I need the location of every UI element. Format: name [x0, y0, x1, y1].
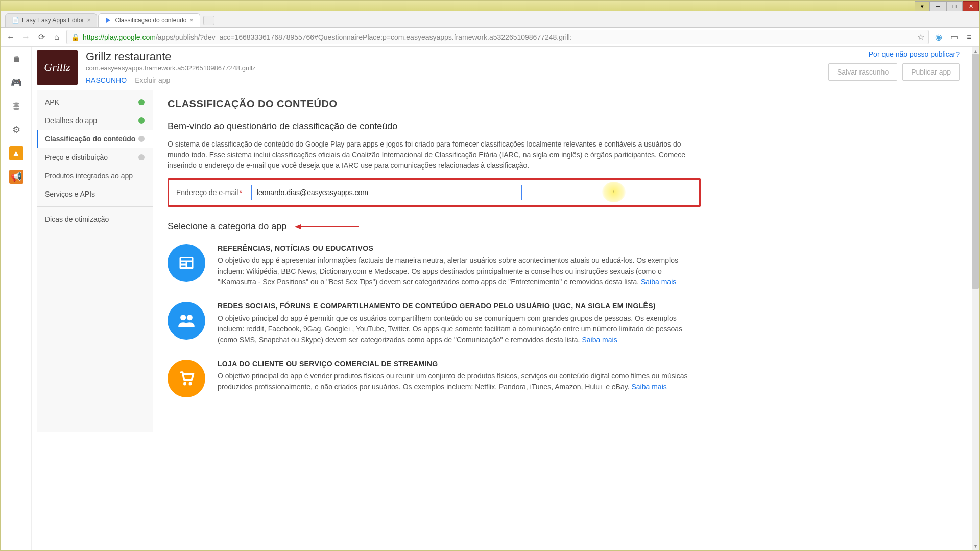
svg-rect-14 — [181, 262, 186, 264]
device-icon[interactable]: ▭ — [948, 32, 960, 42]
main-area: Grillz Grillz restaurante com.easyeasyap… — [32, 47, 972, 550]
svg-rect-15 — [181, 266, 186, 267]
sidebar-item-label: Produtos integrados ao app — [45, 172, 133, 180]
maximize-button[interactable]: □ — [946, 1, 963, 11]
forward-button[interactable]: → — [20, 33, 32, 42]
user-icon[interactable]: ▾ — [915, 1, 930, 11]
database-icon[interactable] — [9, 99, 23, 113]
tab-title: Easy Easy Apps Editor — [22, 17, 84, 24]
tab-title: Classificação do conteúdo — [115, 17, 186, 24]
vertical-scrollbar[interactable]: ▴ ▾ — [972, 47, 979, 550]
lock-icon: 🔒 — [71, 33, 80, 41]
sidebar-item-label: Classificação do conteúdo — [45, 135, 135, 143]
category-option[interactable]: REFERÊNCIAS, NOTÍCIAS OU EDUCATIVOS O ob… — [168, 244, 701, 288]
cursor-highlight — [602, 182, 626, 202]
sidebar-item-details[interactable]: Detalhes do app — [37, 111, 153, 130]
sidebar-item-label: Dicas de otimização — [45, 215, 109, 223]
play-icon — [105, 17, 112, 24]
browser-toolbar: ← → ⟳ ⌂ 🔒 https://play.google.com/apps/p… — [1, 28, 979, 47]
save-draft-button[interactable]: Salvar rascunho — [828, 63, 897, 81]
browser-tab[interactable]: 📄 Easy Easy Apps Editor × — [5, 13, 97, 27]
app-icon: Grillz — [37, 50, 78, 85]
category-option[interactable]: REDES SOCIAIS, FÓRUNS E COMPARTILHAMENTO… — [168, 302, 701, 345]
svg-point-5 — [13, 105, 19, 108]
new-tab-button[interactable] — [203, 16, 214, 25]
sidebar-item-apk[interactable]: APK — [37, 93, 153, 111]
section-sidebar: APK Detalhes do app Classificação do con… — [37, 90, 153, 432]
menu-icon[interactable]: ≡ — [964, 33, 975, 42]
announcement-icon[interactable]: 📢 — [9, 170, 23, 184]
email-input[interactable] — [251, 185, 522, 200]
app-title: Grillz restaurante — [86, 50, 820, 63]
reload-button[interactable]: ⟳ — [36, 32, 47, 42]
tab-close-icon[interactable]: × — [190, 17, 194, 24]
email-label: Endereço de e-mail* — [176, 188, 242, 197]
svg-point-17 — [180, 315, 186, 320]
svg-rect-1 — [14, 58, 19, 62]
learn-more-link[interactable]: Saiba mais — [641, 278, 676, 286]
learn-more-link[interactable]: Saiba mais — [582, 336, 617, 344]
svg-rect-16 — [187, 262, 192, 267]
bookmark-icon[interactable]: ☆ — [917, 32, 924, 42]
intro-description: O sistema de classificação de conteúdo d… — [168, 139, 701, 171]
sidebar-item-content-rating[interactable]: Classificação do conteúdo — [37, 130, 153, 148]
play-console: 🎮 ⚙ ▲ 📢 Grillz Grillz restaurante com.ea… — [1, 47, 979, 550]
sidebar-item-label: Detalhes do app — [45, 116, 97, 125]
content-rating-page: CLASSIFICAÇÃO DO CONTEÚDO Bem-vindo ao q… — [153, 90, 715, 432]
minimize-button[interactable]: ─ — [930, 1, 946, 11]
email-highlight-box: Endereço de e-mail* — [168, 178, 701, 207]
url-path: /apps/publish/?dev_acc=16683336176878955… — [156, 33, 572, 41]
learn-more-link[interactable]: Saiba mais — [631, 382, 666, 391]
home-button[interactable]: ⌂ — [51, 33, 62, 42]
address-bar[interactable]: 🔒 https://play.google.com/apps/publish/?… — [66, 30, 929, 44]
category-header: Selecione a categoria do app — [168, 221, 701, 232]
gear-icon[interactable]: ⚙ — [9, 123, 23, 137]
scroll-down-icon[interactable]: ▾ — [974, 543, 977, 549]
app-window: ▾ ─ □ ✕ 📄 Easy Easy Apps Editor × Classi… — [0, 0, 980, 551]
svg-marker-0 — [106, 18, 110, 23]
sidebar-item-iap[interactable]: Produtos integrados ao app — [37, 166, 153, 185]
close-button[interactable]: ✕ — [963, 1, 979, 11]
android-icon[interactable] — [9, 52, 23, 66]
arrow-icon — [294, 223, 360, 230]
delete-app-link[interactable]: Excluir app — [135, 76, 170, 84]
page-heading: CLASSIFICAÇÃO DO CONTEÚDO — [168, 98, 701, 110]
tab-close-icon[interactable]: × — [87, 17, 90, 24]
sidebar-item-services[interactable]: Serviços e APIs — [37, 185, 153, 203]
status-dot-icon — [138, 154, 145, 160]
cart-icon — [168, 360, 205, 397]
status-dot-icon — [138, 99, 145, 105]
scroll-up-icon[interactable]: ▴ — [974, 48, 977, 54]
publish-app-button[interactable]: Publicar app — [902, 63, 960, 81]
back-button[interactable]: ← — [5, 33, 16, 42]
sidebar-item-pricing[interactable]: Preço e distribuição — [37, 148, 153, 166]
news-icon — [168, 244, 205, 282]
scroll-thumb[interactable] — [972, 54, 979, 289]
sidebar-item-label: Preço e distribuição — [45, 153, 108, 161]
svg-rect-13 — [181, 258, 192, 261]
alert-icon[interactable]: ▲ — [9, 146, 23, 160]
group-icon — [168, 302, 205, 340]
sidebar-item-tips[interactable]: Dicas de otimização — [37, 210, 153, 228]
left-rail: 🎮 ⚙ ▲ 📢 — [1, 47, 32, 550]
select-category-heading: Selecione a categoria do app — [168, 221, 286, 232]
favicon-icon: 📄 — [12, 17, 19, 24]
category-option[interactable]: LOJA DO CLIENTE OU SERVIÇO COMERCIAL DE … — [168, 360, 701, 397]
extension-icon[interactable]: ◉ — [933, 32, 944, 42]
why-publish-link[interactable]: Por que não posso publicar? — [869, 50, 960, 58]
svg-marker-11 — [295, 224, 301, 229]
text-cursor-icon — [613, 187, 614, 196]
app-header: Grillz Grillz restaurante com.easyeasyap… — [32, 47, 972, 90]
status-dot-icon — [138, 117, 145, 124]
sidebar-item-label: Serviços e APIs — [45, 190, 95, 198]
status-dot-icon — [138, 136, 145, 142]
gamepad-icon[interactable]: 🎮 — [9, 76, 23, 90]
category-description: O objetivo do app é apresentar informaçõ… — [218, 255, 701, 288]
scroll-track[interactable] — [972, 54, 979, 543]
status-badge: RASCUNHO — [86, 76, 127, 84]
browser-tabstrip: 📄 Easy Easy Apps Editor × Classificação … — [1, 11, 979, 28]
sidebar-item-label: APK — [45, 98, 59, 106]
svg-point-6 — [13, 108, 19, 110]
svg-point-20 — [189, 382, 192, 386]
browser-tab[interactable]: Classificação do conteúdo × — [98, 13, 200, 27]
